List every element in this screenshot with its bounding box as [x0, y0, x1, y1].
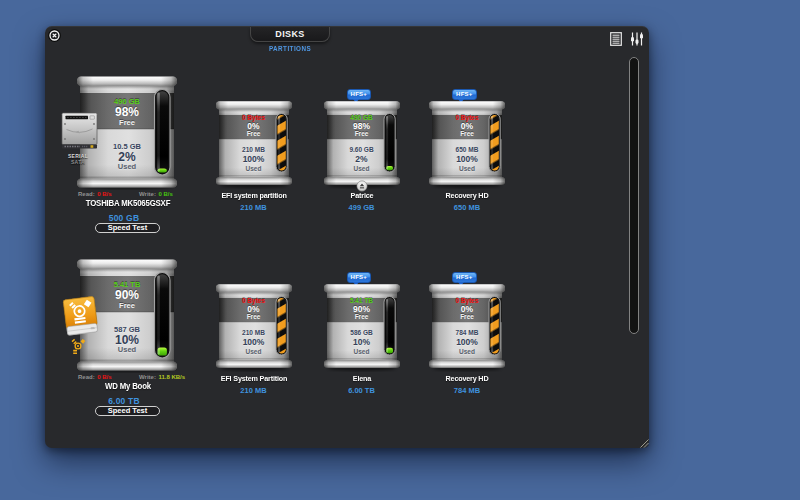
free-percent: 98% — [79, 105, 175, 119]
disk-size: 500 GB — [24, 213, 224, 223]
barrel-base — [324, 360, 400, 368]
used-size: 210 MB — [217, 329, 291, 336]
write-label: Write: — [139, 374, 156, 380]
partition-card: 0 Bytes 0% Free 210 MB 100% Used EFI Sys… — [199, 272, 309, 402]
disks-window: DISKS PARTITIONS — [45, 26, 649, 448]
filesystem-badge-label: HFS+ — [456, 274, 472, 280]
free-label: Free — [325, 130, 399, 137]
free-label: Free — [217, 313, 291, 320]
used-size: 784 MB — [430, 329, 504, 336]
read-label: Read: — [78, 374, 95, 380]
used-label: Used — [325, 348, 399, 355]
write-value: 0 B/s — [158, 191, 172, 197]
barrel-base — [429, 177, 505, 185]
used-percent: 100% — [217, 337, 291, 347]
partition-card: HFS+ 5.41 TB — [307, 272, 417, 402]
read-label: Read: — [78, 191, 95, 197]
used-size: 586 GB — [325, 329, 399, 336]
filesystem-badge: HFS+ — [452, 89, 477, 101]
partition-card: 0 Bytes 0% Free 210 MB 100% Used EFI sys… — [199, 89, 309, 219]
barrel-base — [77, 362, 177, 371]
used-percent: 100% — [430, 154, 504, 164]
disks-grid: SERIAL SATA 490 GB 98% Free 10.5 GB 2% U… — [45, 27, 649, 448]
used-percent: 10% — [325, 337, 399, 347]
partition-size: 650 MB — [392, 203, 542, 212]
used-size: 9.60 GB — [325, 146, 399, 153]
partition-name: Recovery HD — [400, 191, 535, 200]
used-label: Used — [79, 345, 175, 354]
barrel-lid — [77, 259, 177, 269]
barrel-base — [216, 360, 292, 368]
speed-test-button[interactable]: Speed Test — [95, 223, 160, 233]
used-percent: 100% — [217, 154, 291, 164]
filesystem-badge-label: HFS+ — [351, 274, 367, 280]
filesystem-badge: HFS+ — [452, 272, 477, 284]
filesystem-badge: HFS+ — [347, 89, 372, 101]
barrel-base — [77, 179, 177, 188]
free-label: Free — [79, 118, 175, 127]
speed-test-button[interactable]: Speed Test — [95, 406, 160, 416]
barrel-lid — [324, 284, 400, 292]
free-label: Free — [430, 313, 504, 320]
used-label: Used — [430, 348, 504, 355]
write-label: Write: — [139, 191, 156, 197]
barrel-base — [216, 177, 292, 185]
free-percent: 90% — [79, 288, 175, 302]
free-label: Free — [79, 301, 175, 310]
used-percent: 100% — [430, 337, 504, 347]
partition-card: HFS+ 0 Bytes — [412, 89, 522, 219]
barrel-lid — [429, 101, 505, 109]
used-size: 650 MB — [430, 146, 504, 153]
speed-test-label: Speed Test — [108, 406, 147, 415]
filesystem-badge-label: HFS+ — [456, 91, 472, 97]
barrel-lid — [429, 284, 505, 292]
partition-card: HFS+ 0 Bytes — [412, 272, 522, 402]
free-label: Free — [430, 130, 504, 137]
free-label: Free — [217, 130, 291, 137]
partition-card: HFS+ 490 GB — [307, 89, 417, 219]
used-label: Used — [430, 165, 504, 172]
used-label: Used — [217, 165, 291, 172]
used-size: 210 MB — [217, 146, 291, 153]
barrel-lid — [216, 284, 292, 292]
speed-test-label: Speed Test — [108, 223, 147, 232]
partition-name: Recovery HD — [400, 374, 535, 383]
partition-size: 784 MB — [392, 386, 542, 395]
write-value: 11.8 KB/s — [158, 374, 185, 380]
used-percent: 2% — [325, 154, 399, 164]
used-label: Used — [79, 162, 175, 171]
barrel-base — [429, 360, 505, 368]
disk-size: 6.00 TB — [24, 396, 224, 406]
read-value: 0 B/s — [97, 191, 111, 197]
barrel-lid — [324, 101, 400, 109]
free-label: Free — [325, 313, 399, 320]
used-label: Used — [325, 165, 399, 172]
read-value: 0 B/s — [97, 374, 111, 380]
barrel-lid — [77, 76, 177, 86]
filesystem-badge: HFS+ — [347, 272, 372, 284]
barrel-lid — [216, 101, 292, 109]
used-label: Used — [217, 348, 291, 355]
filesystem-badge-label: HFS+ — [351, 91, 367, 97]
